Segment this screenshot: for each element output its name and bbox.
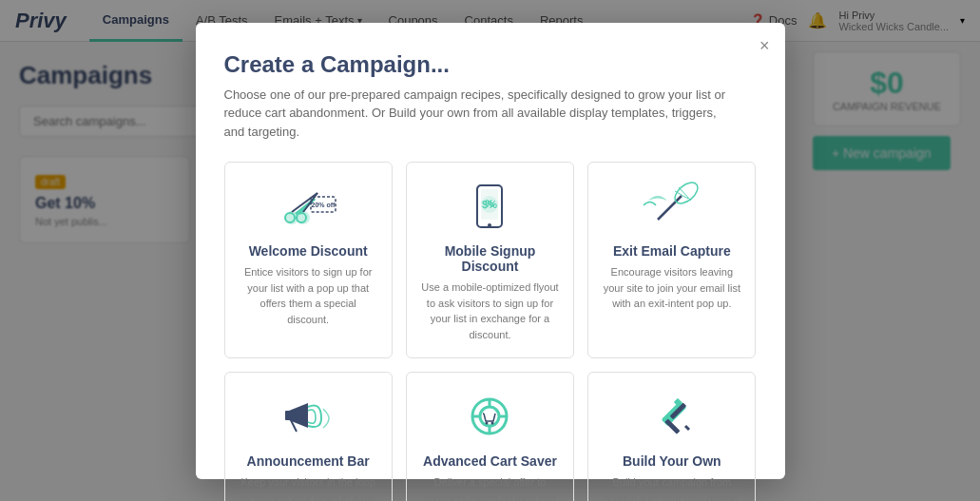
- campaign-option-exit-email[interactable]: Exit Email Capture Encourage visitors le…: [587, 162, 756, 358]
- welcome-discount-desc: Entice visitors to sign up for your list…: [239, 264, 378, 327]
- svg-line-35: [685, 426, 689, 430]
- announcement-title: Announcement Bar: [247, 453, 370, 469]
- svg-point-12: [488, 223, 491, 227]
- mobile-signup-desc: Use a mobile-optimized flyout to ask vis…: [420, 279, 560, 342]
- modal-close-button[interactable]: ×: [759, 36, 770, 56]
- build-own-title: Build Your Own: [623, 453, 721, 469]
- tools-icon: [639, 392, 705, 444]
- modal-overlay[interactable]: × Create a Campaign... Choose one of our…: [0, 0, 980, 501]
- welcome-discount-title: Welcome Discount: [249, 243, 368, 259]
- modal-title: Create a Campaign...: [224, 51, 757, 78]
- svg-rect-20: [285, 411, 291, 420]
- exit-icon: [639, 182, 705, 234]
- mobile-icon: $% %: [456, 182, 523, 234]
- campaign-option-cart-saver[interactable]: Advanced Cart Saver Deliver a special of…: [406, 372, 574, 501]
- megaphone-icon: [275, 392, 341, 444]
- svg-point-23: [480, 407, 499, 426]
- exit-email-title: Exit Email Capture: [613, 243, 731, 259]
- svg-text:%: %: [486, 199, 494, 209]
- svg-line-16: [658, 196, 682, 220]
- svg-text:20% off: 20% off: [312, 202, 336, 208]
- exit-email-desc: Encourage visitors leaving your site to …: [602, 264, 741, 312]
- build-own-desc: Build your campaign from scratch with yo…: [602, 474, 741, 501]
- campaign-option-build-own[interactable]: Build Your Own Build your campaign from …: [587, 372, 756, 501]
- svg-point-29: [486, 422, 489, 425]
- campaign-option-announcement[interactable]: Announcement Bar Keep your visitors in t…: [224, 372, 393, 501]
- create-campaign-modal: × Create a Campaign... Choose one of our…: [196, 23, 785, 479]
- cart-saver-desc: Deliver a special offer to shoppers base…: [420, 474, 560, 501]
- campaign-option-welcome-discount[interactable]: 20% off Welcome Discount Entice visitors…: [224, 162, 393, 358]
- cart-icon: [456, 392, 523, 444]
- cart-saver-title: Advanced Cart Saver: [423, 453, 557, 469]
- svg-point-30: [491, 422, 494, 425]
- svg-point-17: [671, 182, 701, 207]
- scissors-icon: 20% off: [275, 182, 341, 234]
- mobile-signup-title: Mobile Signup Discount: [420, 243, 560, 274]
- modal-description: Choose one of our pre-prepared campaign …: [224, 86, 738, 142]
- announcement-desc: Keep your visitors in the loop by sharin…: [239, 474, 378, 501]
- campaign-options-grid: 20% off Welcome Discount Entice visitors…: [224, 162, 757, 501]
- campaign-option-mobile-signup[interactable]: $% % Mobile Signup Discount Use a mobile…: [406, 162, 574, 358]
